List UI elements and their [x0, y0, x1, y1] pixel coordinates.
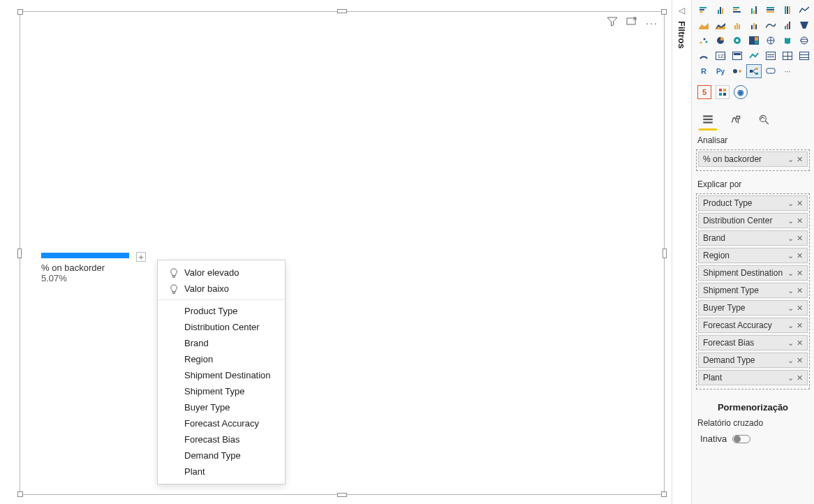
stacked-column-100-icon[interactable]	[780, 3, 795, 17]
chevron-down-icon[interactable]: ⌄	[787, 216, 794, 225]
resize-handle-br[interactable]	[661, 491, 667, 497]
remove-field-icon[interactable]: ✕	[797, 339, 803, 348]
clustered-bar-icon[interactable]	[730, 3, 745, 17]
pie-icon[interactable]	[713, 34, 728, 47]
popup-item[interactable]: Shipment Type	[158, 383, 285, 399]
popup-item[interactable]: Region	[158, 351, 285, 367]
remove-field-icon[interactable]: ✕	[797, 304, 803, 313]
chevron-down-icon[interactable]: ⌄	[787, 199, 794, 208]
chevron-down-icon[interactable]: ⌄	[787, 304, 794, 313]
popup-item[interactable]: Distribution Center	[158, 319, 285, 335]
filter-icon[interactable]	[607, 16, 618, 29]
explain-field[interactable]: Product Type⌄✕	[698, 195, 808, 211]
stacked-column-icon[interactable]	[713, 3, 728, 17]
remove-field-icon[interactable]: ✕	[797, 286, 803, 295]
chevron-down-icon[interactable]: ⌄	[787, 269, 794, 278]
clustered-column-icon[interactable]	[746, 3, 762, 17]
more-visuals-icon[interactable]: ···	[780, 64, 795, 78]
stacked-bar-icon[interactable]	[696, 3, 711, 17]
waterfall-icon[interactable]	[780, 18, 795, 32]
focus-mode-icon[interactable]	[626, 16, 637, 29]
explain-field[interactable]: Region⌄✕	[698, 248, 808, 263]
resize-handle-left[interactable]	[17, 249, 22, 258]
chevron-down-icon[interactable]: ⌄	[787, 234, 794, 243]
python-visual-icon[interactable]: Py	[713, 64, 728, 78]
explain-field[interactable]: Shipment Destination⌄✕	[698, 265, 808, 281]
chevron-down-icon[interactable]: ⌄	[787, 339, 794, 348]
chevron-down-icon[interactable]: ⌄	[787, 356, 794, 365]
resize-handle-tl[interactable]	[17, 9, 23, 15]
analyze-well[interactable]: % on backorder ⌄✕	[696, 149, 810, 171]
resize-handle-bl[interactable]	[17, 491, 23, 497]
custom-visual-3-icon[interactable]: ◉	[734, 85, 748, 99]
explain-field[interactable]: Forecast Bias⌄✕	[698, 335, 808, 350]
decomposition-tree-icon[interactable]	[746, 64, 762, 78]
popup-item[interactable]: Brand	[158, 335, 285, 351]
explain-field[interactable]: Distribution Center⌄✕	[698, 213, 808, 228]
explain-field[interactable]: Plant⌄✕	[698, 370, 808, 385]
popup-item[interactable]: Plant	[158, 464, 285, 480]
filters-pane-collapsed[interactable]: ◁ Filtros	[672, 0, 691, 504]
popup-item[interactable]: Demand Type	[158, 447, 285, 464]
multi-card-icon[interactable]	[730, 49, 745, 63]
remove-field-icon[interactable]: ✕	[797, 373, 803, 383]
donut-icon[interactable]	[730, 34, 745, 47]
expand-filters-icon[interactable]: ◁	[679, 6, 685, 15]
expand-insight-button[interactable]: +	[136, 252, 146, 262]
fields-tab[interactable]	[700, 112, 716, 127]
combo-chart-2-icon[interactable]	[746, 18, 762, 32]
popup-high-value[interactable]: Valor elevado	[158, 265, 285, 281]
cross-report-toggle[interactable]	[732, 435, 750, 443]
treemap-icon[interactable]	[746, 34, 762, 47]
stacked-area-icon[interactable]	[713, 18, 728, 32]
report-canvas[interactable]: ··· % on backorder 5.07% + Valor elevado	[0, 0, 672, 504]
chevron-down-icon[interactable]: ⌄	[787, 286, 794, 295]
resize-handle-right[interactable]	[663, 249, 667, 258]
resize-handle-top[interactable]	[337, 9, 347, 13]
custom-visual-2-icon[interactable]	[716, 85, 730, 99]
visual-container[interactable]: ··· % on backorder 5.07% + Valor elevado	[20, 11, 665, 495]
ribbon-chart-icon[interactable]	[763, 18, 778, 32]
stacked-bar-100-icon[interactable]	[763, 3, 778, 17]
resize-handle-bottom[interactable]	[337, 493, 347, 497]
explain-field[interactable]: Brand⌄✕	[698, 230, 808, 246]
remove-field-icon[interactable]: ✕	[797, 155, 803, 164]
explain-field[interactable]: Forecast Accuracy⌄✕	[698, 318, 808, 333]
remove-field-icon[interactable]: ✕	[797, 234, 803, 243]
popup-item[interactable]: Product Type	[158, 303, 285, 319]
r-visual-icon[interactable]: R	[696, 64, 711, 78]
explain-wells[interactable]: Product Type⌄✕ Distribution Center⌄✕ Bra…	[696, 193, 810, 390]
key-influencers-icon[interactable]	[730, 64, 745, 78]
shape-map-icon[interactable]	[797, 34, 812, 47]
resize-handle-tr[interactable]	[661, 9, 667, 15]
gauge-icon[interactable]	[696, 49, 711, 63]
filled-map-icon[interactable]	[780, 34, 795, 47]
matrix-icon[interactable]	[797, 49, 812, 63]
popup-item[interactable]: Shipment Destination	[158, 367, 285, 383]
remove-field-icon[interactable]: ✕	[797, 356, 803, 365]
scatter-icon[interactable]	[696, 34, 711, 47]
analytics-tab[interactable]	[756, 112, 771, 127]
chevron-down-icon[interactable]: ⌄	[787, 373, 794, 383]
explain-field[interactable]: Demand Type⌄✕	[698, 353, 808, 368]
popup-item[interactable]: Forecast Bias	[158, 431, 285, 447]
popup-item[interactable]: Forecast Accuracy	[158, 415, 285, 431]
more-options-icon[interactable]: ···	[646, 17, 658, 29]
remove-field-icon[interactable]: ✕	[797, 321, 803, 330]
map-icon[interactable]	[763, 34, 778, 47]
area-chart-icon[interactable]	[696, 18, 711, 32]
remove-field-icon[interactable]: ✕	[797, 269, 803, 278]
explain-field[interactable]: Shipment Type⌄✕	[698, 283, 808, 298]
qa-visual-icon[interactable]	[763, 64, 778, 78]
remove-field-icon[interactable]: ✕	[797, 216, 803, 225]
explain-field[interactable]: Buyer Type⌄✕	[698, 300, 808, 316]
popup-low-value[interactable]: Valor baixo	[158, 281, 285, 297]
remove-field-icon[interactable]: ✕	[797, 199, 803, 208]
analyze-field[interactable]: % on backorder ⌄✕	[698, 151, 808, 167]
line-chart-icon[interactable]	[797, 3, 812, 17]
format-tab[interactable]	[728, 112, 743, 127]
chevron-down-icon[interactable]: ⌄	[787, 321, 794, 330]
combo-chart-icon[interactable]	[730, 18, 745, 32]
table-icon[interactable]	[780, 49, 795, 63]
html5-visual-icon[interactable]: 5	[697, 85, 711, 99]
